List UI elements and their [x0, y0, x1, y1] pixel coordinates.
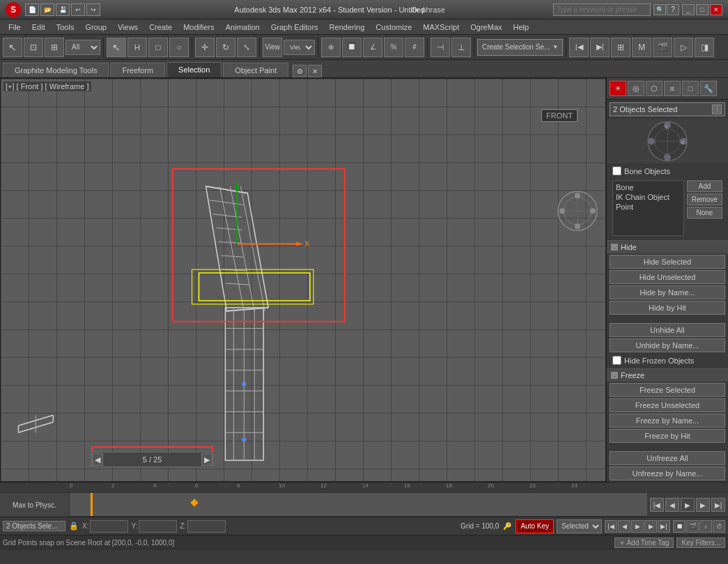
bone-item-point[interactable]: Point — [614, 202, 682, 212]
freeze-by-name-btn[interactable]: Freeze by Name... — [610, 414, 725, 428]
mini-play-btn[interactable]: ▶ — [631, 520, 644, 533]
z-input[interactable] — [187, 520, 226, 533]
transport-next-frame-btn[interactable]: ▶ — [696, 498, 710, 512]
transport-prev-frame-btn[interactable]: ◀ — [665, 498, 679, 512]
add-time-tag-btn[interactable]: ▼ Add Time Tag — [614, 538, 674, 548]
auto-key-btn[interactable]: Auto Key — [516, 519, 554, 533]
freeze-unselected-btn[interactable]: Freeze Unselected — [610, 398, 725, 412]
menu-create[interactable]: Create — [144, 22, 178, 33]
rotate-btn[interactable]: ↻ — [216, 38, 235, 57]
mini-fwd-btn[interactable]: ▶ — [644, 520, 657, 533]
selection-options-btn[interactable]: ⋮ — [712, 104, 722, 114]
freeze-toggle[interactable]: - — [611, 372, 618, 379]
play-anim-btn[interactable]: ▶| — [590, 38, 610, 57]
mini-prev-btn[interactable]: |◀ — [605, 520, 617, 533]
menu-help[interactable]: Help — [508, 22, 535, 33]
tab-close-btn[interactable]: ✕ — [308, 65, 322, 77]
named-sel-sets-btn[interactable]: |◀ — [569, 38, 589, 57]
mirror-btn[interactable]: ⊣ — [431, 38, 450, 57]
bone-item-bone[interactable]: Bone — [614, 182, 682, 192]
unfreeze-all-btn[interactable]: Unfreeze All — [610, 451, 725, 465]
tab-selection[interactable]: Selection — [166, 62, 222, 77]
menu-views[interactable]: Views — [112, 22, 144, 33]
mini-next-btn[interactable]: ▶| — [658, 520, 670, 533]
search-input[interactable] — [553, 3, 651, 16]
rp-icon-layers[interactable]: ≡ — [664, 81, 681, 96]
key-filters-btn[interactable]: Key Filters... — [676, 538, 725, 548]
unfreeze-by-name-btn[interactable]: Unfreeze by Name... — [610, 467, 725, 480]
angle-snap-btn[interactable]: ∠ — [363, 38, 382, 57]
sound-icon[interactable]: ♪ — [699, 520, 712, 533]
tab-freeform[interactable]: Freeform — [110, 63, 165, 77]
render-setup-btn[interactable]: 🎬 — [653, 38, 672, 57]
window-crossing-btn[interactable]: ⊞ — [45, 38, 64, 57]
bone-item-ikchain[interactable]: IK Chain Object — [614, 192, 682, 202]
objects-selected-label[interactable]: 2 Objects Sele... — [3, 521, 65, 531]
select-by-name-btn[interactable]: H — [127, 38, 147, 57]
menu-file[interactable]: File — [3, 22, 26, 33]
coord-dropdown[interactable]: View — [284, 40, 315, 55]
render-btn[interactable]: ▷ — [674, 38, 693, 57]
maximize-btn[interactable]: □ — [696, 4, 708, 15]
x-input[interactable] — [90, 520, 128, 533]
filter-dropdown[interactable]: All — [65, 40, 100, 55]
bone-remove-btn[interactable]: Remove — [687, 194, 722, 205]
select-region-btn[interactable]: ⊡ — [24, 38, 43, 57]
bone-objects-checkbox[interactable] — [612, 166, 621, 175]
hide-toggle[interactable]: - — [611, 244, 618, 251]
align-btn[interactable]: ⊥ — [451, 38, 471, 57]
menu-modifiers[interactable]: Modifiers — [178, 22, 220, 33]
hide-by-hit-btn[interactable]: Hide by Hit — [610, 301, 725, 315]
tb-new[interactable]: 📄 — [25, 3, 39, 16]
viewport-frame-nav[interactable]: ◀ 5 / 25 ▶ — [91, 452, 213, 467]
viewport[interactable]: [+] [ Front ] [ Wireframe ] FRONT — [0, 78, 606, 482]
tb-open[interactable]: 📂 — [40, 3, 54, 16]
hide-selected-btn[interactable]: Hide Selected — [610, 255, 725, 269]
hide-unselected-btn[interactable]: Hide Unselected — [610, 270, 725, 284]
snap-icon[interactable]: 🔲 — [673, 520, 686, 533]
tb-undo[interactable]: ↩ — [71, 3, 85, 16]
tb-save[interactable]: 💾 — [56, 3, 70, 16]
rp-icon-utilities[interactable]: 🔧 — [700, 81, 717, 96]
rp-icon-sun[interactable]: ☀ — [610, 81, 626, 96]
unhide-by-name-btn[interactable]: Unhide by Name... — [610, 338, 725, 352]
transport-next-key-btn[interactable]: ▶| — [711, 498, 725, 512]
close-btn[interactable]: ✕ — [710, 4, 722, 15]
lock-selection-icon[interactable]: 🔒 — [68, 521, 79, 532]
menu-ogremax[interactable]: OgreMax — [465, 22, 507, 33]
anim-icon[interactable]: 🎬 — [686, 520, 699, 533]
tab-graphite[interactable]: Graphite Modeling Tools — [3, 63, 109, 77]
freeze-by-hit-btn[interactable]: Freeze by Hit — [610, 429, 725, 443]
orientation-gizmo[interactable]: Y X — [607, 119, 728, 164]
rp-icon-display[interactable]: □ — [682, 81, 699, 96]
spinner-snap-btn[interactable]: # — [405, 38, 424, 57]
key-icon[interactable]: 🔑 — [502, 521, 513, 532]
unhide-all-btn[interactable]: Unhide All — [610, 323, 725, 337]
search-btn[interactable]: 🔍 — [653, 4, 666, 15]
snap-toggle-btn[interactable]: 🔲 — [342, 38, 362, 57]
select-object-btn[interactable]: ↖ — [3, 38, 22, 57]
bone-none-btn[interactable]: None — [687, 207, 722, 219]
rp-icon-sphere[interactable]: ◎ — [628, 81, 644, 96]
minimize-btn[interactable]: _ — [682, 4, 695, 15]
scale-btn[interactable]: ⤡ — [237, 38, 256, 57]
pivot-btn[interactable]: ⊕ — [321, 38, 341, 57]
material-editor-btn[interactable]: M — [632, 38, 651, 57]
tab-object-paint[interactable]: Object Paint — [223, 63, 288, 77]
rect-select-btn[interactable]: □ — [148, 38, 168, 57]
selected-dropdown[interactable]: Selected — [557, 519, 602, 533]
hide-by-name-btn[interactable]: Hide by Name... — [610, 285, 725, 299]
frame-next-btn[interactable]: ▶ — [201, 453, 212, 466]
select-btn[interactable]: ↖ — [107, 38, 126, 57]
menu-rendering[interactable]: Rendering — [324, 22, 371, 33]
tb-redo[interactable]: ↪ — [86, 3, 100, 16]
move-btn[interactable]: ✛ — [195, 38, 215, 57]
hide-frozen-checkbox[interactable] — [612, 356, 621, 365]
nav-gizmo[interactable] — [557, 190, 598, 232]
menu-edit[interactable]: Edit — [26, 22, 51, 33]
menu-graph[interactable]: Graph Editors — [265, 22, 324, 33]
tab-options-btn[interactable]: ⚙ — [293, 65, 307, 77]
create-selection-dropdown[interactable]: Create Selection Se... ▼ — [477, 39, 563, 56]
menu-tools[interactable]: Tools — [51, 22, 80, 33]
menu-maxscript[interactable]: MAXScript — [417, 22, 465, 33]
